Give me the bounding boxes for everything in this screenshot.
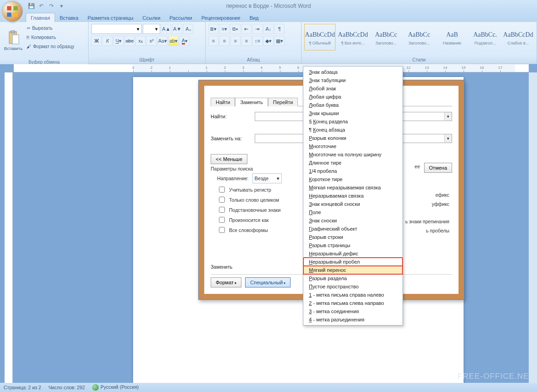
menu-item[interactable]: Знак табуляции: [303, 76, 403, 84]
menu-item[interactable]: 4 - метка разъединения: [303, 315, 403, 324]
menu-item[interactable]: Знак концевой сноски: [303, 200, 403, 208]
align-center-button[interactable]: ≡: [219, 36, 229, 46]
subscript-button[interactable]: x₂: [135, 36, 145, 46]
bold-button[interactable]: Ж: [91, 36, 101, 46]
font-color-button[interactable]: A▾: [179, 36, 190, 46]
redo-icon[interactable]: ↷: [48, 2, 55, 10]
menu-item[interactable]: Пустое пространство: [303, 282, 403, 291]
sort-button[interactable]: A↓: [263, 24, 274, 34]
tab-layout[interactable]: Разметка страницы: [83, 13, 138, 22]
style-item[interactable]: AaBbCcDd¶ Без инте...: [337, 24, 369, 50]
menu-item[interactable]: Поле: [303, 208, 403, 216]
menu-item[interactable]: Любая буква: [303, 101, 403, 109]
style-item[interactable]: AaBbCcЗаголово...: [370, 24, 402, 50]
indent-button[interactable]: ⇥: [252, 24, 263, 34]
numbering-button[interactable]: ≡▾: [219, 24, 229, 34]
superscript-button[interactable]: x²: [146, 36, 157, 46]
styles-gallery[interactable]: AaBbCcDd¶ ОбычныйAaBbCcDd¶ Без инте...Aa…: [302, 22, 537, 56]
office-button[interactable]: [2, 1, 23, 22]
tab-find[interactable]: Найти: [211, 98, 235, 106]
font-size-combo[interactable]: ▾: [143, 24, 160, 34]
vertical-scrollbar[interactable]: [529, 72, 537, 383]
status-language[interactable]: Русский (Россия): [92, 384, 139, 391]
menu-item[interactable]: Разрыв страницы: [303, 241, 403, 249]
chevron-down-icon[interactable]: ▾: [444, 112, 452, 121]
format-button[interactable]: Формат: [211, 277, 241, 287]
menu-item[interactable]: Разрыв колонки: [303, 134, 403, 142]
menu-item[interactable]: Графический объект: [303, 225, 403, 233]
tab-review[interactable]: Рецензирование: [197, 13, 245, 22]
status-page[interactable]: Страница: 2 из 2: [4, 385, 41, 390]
special-button[interactable]: Специальный: [245, 277, 291, 287]
check-wildcards[interactable]: [219, 207, 225, 213]
menu-item[interactable]: Знак абзаца: [303, 68, 403, 76]
menu-item[interactable]: Знак крышки: [303, 109, 403, 117]
undo-icon[interactable]: ↶: [38, 2, 45, 10]
menu-item[interactable]: § Конец раздела: [303, 117, 403, 126]
menu-item[interactable]: Знак сноски: [303, 216, 403, 225]
menu-item[interactable]: Любая цифра: [303, 93, 403, 101]
tab-references[interactable]: Ссылки: [138, 13, 165, 22]
menu-item[interactable]: Многоточие: [303, 142, 403, 150]
paste-button[interactable]: Вставить: [3, 24, 24, 57]
save-icon[interactable]: 💾: [28, 2, 35, 10]
align-left-button[interactable]: ≡: [208, 36, 218, 46]
show-marks-button[interactable]: ¶: [274, 24, 285, 34]
style-item[interactable]: AaBbCcDdСлабое в...: [503, 24, 534, 50]
horizontal-ruler[interactable]: 3211234567891011121314151617: [14, 64, 529, 72]
outdent-button[interactable]: ⇤: [241, 24, 252, 34]
underline-button[interactable]: Ч ▾: [113, 36, 123, 46]
shrink-font-button[interactable]: A▼: [172, 24, 182, 34]
menu-item[interactable]: Многоточие на полную ширину: [303, 150, 403, 159]
line-spacing-button[interactable]: ↕≡: [252, 36, 263, 46]
menu-item[interactable]: Разрыв раздела: [303, 274, 403, 282]
highlight-button[interactable]: ab▾: [168, 36, 179, 46]
cancel-button[interactable]: Отмена: [424, 163, 452, 173]
less-button[interactable]: << Меньше: [211, 154, 247, 164]
tab-mailings[interactable]: Рассылки: [165, 13, 196, 22]
status-words[interactable]: Число слов: 292: [49, 385, 85, 390]
borders-button[interactable]: ▦▾: [274, 36, 285, 46]
grow-font-button[interactable]: A▲: [161, 24, 171, 34]
style-item[interactable]: AaBbCcDd¶ Обычный: [304, 24, 336, 50]
bullets-button[interactable]: ≣▾: [208, 24, 218, 34]
vertical-ruler[interactable]: [5, 72, 13, 383]
tab-home[interactable]: Главная: [26, 13, 55, 22]
cut-button[interactable]: ✂Вырезать: [26, 24, 75, 32]
change-case-button[interactable]: Aa▾: [157, 36, 168, 46]
menu-item[interactable]: Неразрывный дефис: [303, 249, 403, 258]
shading-button[interactable]: ◆▾: [263, 36, 274, 46]
check-all-forms[interactable]: [219, 227, 225, 233]
qat-dropdown-icon[interactable]: ▾: [58, 2, 65, 10]
menu-item[interactable]: Мягкая неразрываемая связка: [303, 183, 403, 192]
tab-replace[interactable]: Заменить: [235, 98, 268, 106]
menu-item[interactable]: Разрыв строки: [303, 233, 403, 241]
menu-item[interactable]: Длинное тире: [303, 159, 403, 167]
tab-goto[interactable]: Перейти: [268, 98, 298, 106]
menu-item[interactable]: Короткое тире: [303, 175, 403, 183]
menu-item[interactable]: 1 - метка письма справа налево: [303, 291, 403, 299]
font-name-combo[interactable]: ▾: [91, 24, 142, 34]
copy-button[interactable]: ⎘Копировать: [26, 33, 75, 41]
menu-item[interactable]: Неразрываемая связка: [303, 192, 403, 200]
style-item[interactable]: AaBНазвание: [436, 24, 468, 50]
direction-combo[interactable]: Везде▾: [252, 173, 282, 183]
italic-button[interactable]: К: [102, 36, 112, 46]
menu-item[interactable]: 3 - метка соединения: [303, 307, 403, 315]
chevron-down-icon[interactable]: ▾: [444, 134, 452, 143]
menu-item[interactable]: Неразрывный пробел: [303, 258, 403, 266]
check-whole-word[interactable]: [219, 197, 225, 203]
menu-item[interactable]: ¶ Конец абзаца: [303, 126, 403, 134]
menu-item[interactable]: 2 - метка письма слева направо: [303, 299, 403, 307]
style-item[interactable]: AaBbCcЗаголово...: [403, 24, 435, 50]
clear-formatting-button[interactable]: Aₓ: [183, 24, 193, 34]
multilevel-button[interactable]: ⧉▾: [230, 24, 241, 34]
style-item[interactable]: AaBbCc.Подзагол...: [470, 24, 501, 50]
strikethrough-button[interactable]: abc: [124, 36, 134, 46]
justify-button[interactable]: ≡: [241, 36, 252, 46]
menu-item[interactable]: 1/4 пробела: [303, 167, 403, 175]
format-painter-button[interactable]: 🖌Формат по образцу: [26, 42, 75, 50]
tab-insert[interactable]: Вставка: [55, 13, 83, 22]
check-sounds-like[interactable]: [219, 217, 225, 223]
tab-view[interactable]: Вид: [245, 13, 263, 22]
